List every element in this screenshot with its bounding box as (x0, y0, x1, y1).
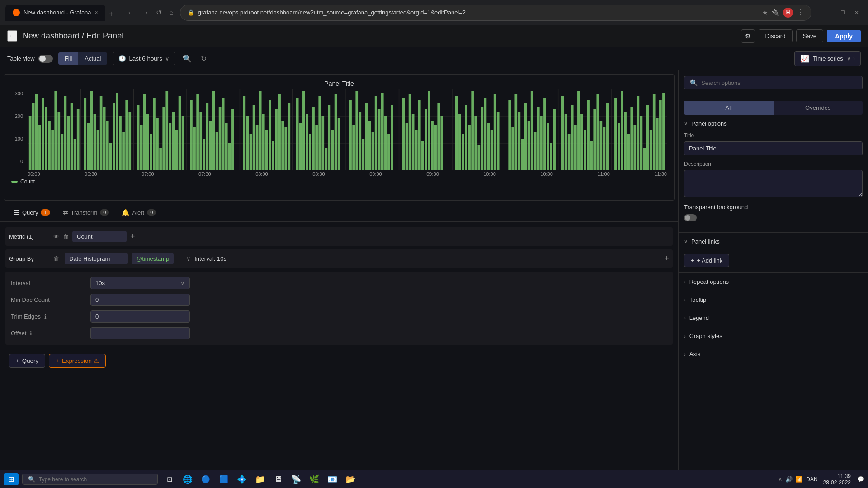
close-button[interactable]: ✕ (851, 8, 863, 18)
add-metric-button[interactable]: + (130, 232, 135, 241)
discard-button[interactable]: Discard (759, 29, 793, 42)
taskbar-app-edge[interactable]: 🔵 (198, 471, 214, 488)
svg-rect-25 (61, 134, 64, 170)
taskbar-search-box[interactable]: 🔍 (22, 474, 158, 485)
taskbar-app-vscode[interactable]: 💠 (234, 471, 250, 488)
add-group-button[interactable]: + (664, 254, 669, 263)
axis-section: › Axis (679, 345, 868, 363)
taskbar-app-chrome[interactable]: 🌐 (179, 471, 196, 488)
svg-rect-77 (250, 134, 252, 170)
taskbar-app-explorer[interactable]: 📁 (252, 471, 268, 488)
svg-rect-141 (487, 123, 490, 170)
x-label-0600: 06:00 (28, 171, 40, 177)
table-view-toggle[interactable] (38, 55, 53, 63)
search-options-input[interactable] (701, 80, 857, 86)
tab-transform[interactable]: ⇄ Transform 0 (57, 204, 116, 221)
refresh-button[interactable]: ↻ (199, 52, 208, 65)
min-doc-count-input[interactable] (90, 294, 190, 306)
group-by-row: Group By 🗑 Date Histogram @timestamp ∨ I… (5, 249, 673, 268)
taskbar-app-files[interactable]: 📂 (342, 471, 359, 488)
repeat-options-header[interactable]: › Repeat options (679, 273, 868, 291)
svg-rect-43 (122, 132, 125, 170)
settings-button[interactable]: ⚙ (741, 29, 755, 43)
trim-edges-input[interactable] (90, 310, 190, 323)
add-expression-button[interactable]: + Expression ⚠ (49, 354, 105, 368)
back-button[interactable]: ← (124, 7, 137, 19)
svg-rect-35 (97, 130, 99, 170)
trash-icon[interactable]: 🗑 (63, 233, 69, 240)
active-tab[interactable]: New dashboard - Grafana × (5, 5, 105, 21)
chart-legend: Count (4, 177, 674, 188)
panel-options-header[interactable]: ∨ Panel options (679, 115, 868, 132)
legend-header[interactable]: › Legend (679, 309, 868, 327)
taskbar-search-input[interactable] (39, 476, 152, 483)
save-button[interactable]: Save (796, 29, 823, 42)
graph-styles-header[interactable]: › Graph styles (679, 327, 868, 345)
svg-rect-61 (190, 100, 193, 170)
address-bar[interactable]: 🔒 grafana.devops.prdroot.net/dashboard/n… (180, 5, 811, 21)
tab-favicon (13, 9, 20, 16)
home-button[interactable]: ⌂ (166, 7, 176, 19)
offset-input[interactable] (90, 327, 190, 339)
taskbar-app-remote[interactable]: 📡 (288, 471, 304, 488)
svg-rect-181 (633, 125, 636, 170)
svg-rect-165 (577, 91, 580, 170)
maximize-button[interactable]: ☐ (837, 8, 849, 18)
axis-header[interactable]: › Axis (679, 345, 868, 363)
volume-icon[interactable]: 🔊 (785, 476, 793, 483)
reload-button[interactable]: ↺ (153, 6, 165, 19)
y-label-0: 0 (4, 159, 26, 164)
vis-type-label: Time series (813, 55, 843, 62)
search-input-wrap[interactable]: 🔍 (684, 76, 863, 89)
interval-header[interactable]: ∨ Interval: 10s (183, 253, 657, 264)
actual-button[interactable]: Actual (78, 52, 107, 65)
vis-selector[interactable]: 📈 Time series ∨ › (794, 51, 861, 66)
taskbar-app-outlook[interactable]: 📧 (324, 471, 340, 488)
add-link-button[interactable]: + + Add link (684, 254, 729, 267)
overrides-tab[interactable]: Overrides (774, 101, 863, 115)
panel-links-header[interactable]: ∨ Panel links (679, 233, 868, 250)
tab-query[interactable]: ☰ Query 1 (7, 204, 57, 221)
browser-more-icon[interactable]: ⋮ (797, 8, 804, 17)
svg-rect-161 (565, 114, 567, 170)
zoom-out-button[interactable]: 🔍 (181, 52, 193, 65)
taskbar-app-teams[interactable]: 🟦 (216, 471, 232, 488)
svg-rect-117 (391, 105, 393, 170)
tab-alert[interactable]: 🔔 Alert 0 (115, 204, 162, 221)
taskbar-up-arrow[interactable]: ∧ (778, 476, 783, 483)
start-button[interactable]: ⊞ (4, 473, 19, 485)
timestamp-chip[interactable]: @timestamp (132, 253, 174, 264)
forward-button[interactable]: → (139, 7, 151, 19)
panel-chart-title: Panel Title (4, 75, 674, 89)
apply-button[interactable]: Apply (827, 30, 861, 42)
new-tab-button[interactable]: + (105, 8, 118, 21)
transparent-bg-toggle[interactable] (684, 214, 697, 221)
group-trash-icon[interactable]: 🗑 (53, 255, 59, 262)
network-icon[interactable]: 📶 (795, 476, 802, 483)
panel-links-label: Panel links (691, 238, 720, 245)
add-query-button[interactable]: + Query (9, 354, 45, 368)
svg-rect-104 (349, 100, 352, 170)
taskbar-search-icon: 🔍 (28, 476, 35, 483)
taskbar-app-task-view[interactable]: ⊡ (161, 471, 178, 488)
group-by-value-field[interactable]: Date Histogram (65, 253, 128, 264)
vis-arrow-right-icon[interactable]: › (853, 55, 855, 62)
taskbar-app-terminal[interactable]: 🖥 (270, 471, 286, 488)
y-label-100: 100 (4, 136, 26, 141)
metric-value-field[interactable]: Count (72, 231, 127, 242)
minimize-button[interactable]: — (822, 8, 835, 18)
back-to-dashboard-button[interactable]: ← (7, 30, 17, 42)
taskbar-app-greens[interactable]: 🌿 (306, 471, 322, 488)
notification-icon[interactable]: 💬 (857, 476, 864, 483)
interval-select[interactable]: 10s ∨ (90, 277, 190, 289)
tooltip-header[interactable]: › Tooltip (679, 291, 868, 309)
all-tab[interactable]: All (684, 101, 774, 115)
interval-fields-panel: Interval 10s ∨ Min Doc Count Trim Edges … (5, 272, 673, 345)
svg-rect-103 (338, 118, 340, 170)
panel-description-textarea[interactable] (684, 170, 863, 197)
close-tab-icon[interactable]: × (95, 9, 98, 16)
fill-button[interactable]: Fill (58, 52, 79, 65)
time-range-button[interactable]: 🕐 Last 6 hours ∨ (113, 52, 175, 65)
eye-icon[interactable]: 👁 (53, 233, 59, 240)
panel-title-input[interactable] (684, 141, 863, 155)
